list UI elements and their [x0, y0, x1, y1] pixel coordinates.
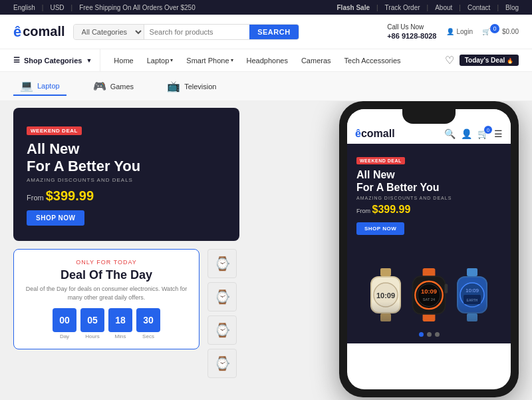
category-tab-laptop[interactable]: 💻 Laptop: [13, 77, 66, 96]
svg-text:10:09: 10:09: [466, 288, 479, 294]
language-selector[interactable]: English: [13, 4, 35, 11]
top-bar-left: English | USD | Free Shipping On All Ord…: [13, 4, 196, 11]
nav-home[interactable]: Home: [107, 49, 140, 72]
chevron-down-icon: ▼: [86, 57, 92, 64]
wishlist-icon[interactable]: ♡: [445, 54, 454, 67]
logo-text: comall: [23, 24, 65, 39]
desktop-banner: WEEKEND DEAL All NewFor A Better You AMA…: [13, 108, 239, 241]
thumbnail-1[interactable]: ⌚: [207, 249, 237, 278]
weekend-deal-badge: WEEKEND DEAL: [27, 126, 82, 135]
shop-now-button[interactable]: SHOP NOW: [27, 210, 84, 226]
login-label: Login: [457, 28, 473, 35]
mobile-icons: 🔍 👤 🛒 0 ☰: [444, 128, 503, 139]
flash-sale-link[interactable]: Flash Sale: [337, 4, 370, 11]
deal-of-day: ONLY FOR TODAY Deal Of The Day Deal of t…: [13, 249, 200, 349]
top-bar-right: Flash Sale | Track Order | About | Conta…: [337, 4, 519, 11]
shop-categories-label: Shop Categories: [24, 57, 82, 65]
contact-link[interactable]: Contact: [467, 4, 490, 11]
games-icon: 🎮: [93, 80, 106, 93]
category-tab-games[interactable]: 🎮 Games: [86, 77, 140, 95]
svg-rect-14: [445, 284, 448, 294]
mobile-logo: êcomall: [355, 128, 395, 140]
countdown: 00 Day 05 Hours 18 Mins 30 Secs: [25, 308, 188, 339]
nav-cameras[interactable]: Cameras: [295, 49, 338, 72]
banner-title: All NewFor A Better You: [27, 140, 140, 174]
watch-orange-main: 10:09 SAT 24: [406, 268, 452, 321]
currency-selector[interactable]: USD: [50, 4, 64, 11]
user-icon: 👤: [446, 28, 454, 35]
svg-rect-6: [423, 268, 436, 277]
countdown-hours-value: 05: [80, 308, 104, 332]
logo[interactable]: êcomall: [13, 23, 65, 41]
category-tab-television[interactable]: 📺 Television: [160, 77, 223, 95]
mobile-banner-title: All NewFor A Better You: [356, 168, 501, 194]
mobile-banner: WEEKEND DEAL All NewFor A Better You AMA…: [347, 144, 511, 328]
category-select[interactable]: All Categories: [74, 25, 144, 39]
thumbnail-4[interactable]: ⌚: [207, 349, 237, 378]
track-order-link[interactable]: Track Order: [385, 4, 420, 11]
top-bar: English | USD | Free Shipping On All Ord…: [0, 0, 532, 15]
today-deal-button[interactable]: Today's Deal 🔥: [460, 55, 519, 66]
svg-text:SAT 24: SAT 24: [423, 298, 435, 301]
cart-group[interactable]: 🛒 0 $0.00: [482, 28, 519, 35]
cart-icon: 🛒: [482, 28, 490, 35]
countdown-secs-value: 30: [136, 308, 160, 332]
mobile-shop-now-button[interactable]: SHOP NOW: [356, 222, 404, 235]
nav-headphones[interactable]: Headphones: [240, 49, 295, 72]
fire-icon: 🔥: [507, 58, 513, 64]
account-group[interactable]: 👤 Login: [446, 28, 473, 35]
countdown-mins-label: Mins: [115, 333, 126, 339]
hamburger-icon: ☰: [13, 56, 20, 65]
mobile-banner-subtitle: AMAZING DISCOUNTS AND DEALS: [356, 196, 501, 200]
banner-price: From $399.99: [27, 188, 140, 204]
dot-3[interactable]: [435, 332, 440, 337]
header: êcomall All Categories SEARCH Call Us No…: [0, 15, 532, 49]
blog-link[interactable]: Blog: [505, 4, 519, 11]
category-label-television: Television: [184, 83, 216, 91]
chevron-icon: ▾: [170, 57, 173, 63]
category-tabs: 💻 Laptop 🎮 Games 📺 Television: [0, 72, 532, 101]
mobile-banner-price: From $399.99: [356, 204, 501, 216]
countdown-day: 00 Day: [53, 308, 76, 339]
nav-bar: ☰ Shop Categories ▼ Home Laptop ▾ Smart …: [0, 49, 532, 72]
mobile-user-icon[interactable]: 👤: [461, 128, 472, 139]
search-input[interactable]: [144, 25, 250, 39]
dot-1[interactable]: [419, 332, 424, 337]
phone-screen: êcomall 🔍 👤 🛒 0 ☰ WEEKEND DEAL All NewFo…: [347, 109, 511, 389]
watches-area: 10:09 10:09 SAT 24: [356, 242, 501, 321]
banner-subtitle: AMAZING DISCOUNTS AND DEALS: [27, 177, 140, 183]
mobile-price-amount: $399.99: [372, 204, 411, 215]
countdown-mins-value: 18: [108, 308, 132, 332]
today-deal-label: Today's Deal: [465, 57, 505, 64]
countdown-hours: 05 Hours: [80, 308, 104, 339]
category-label-laptop: Laptop: [37, 82, 60, 90]
svg-rect-0: [380, 268, 391, 276]
nav-smartphone[interactable]: Smart Phone ▾: [180, 49, 239, 72]
countdown-secs: 30 Secs: [136, 308, 160, 339]
thumbnail-2[interactable]: ⌚: [207, 282, 237, 311]
mobile-logo-icon: ê: [355, 128, 361, 139]
header-right: Call Us Now +86 9128-8028 👤 Login 🛒 0 $0…: [387, 23, 519, 41]
shipping-info: Free Shipping On All Orders Over $250: [79, 4, 196, 11]
shop-categories[interactable]: ☰ Shop Categories ▼: [13, 49, 100, 71]
main-content: WEEKEND DEAL All NewFor A Better You AMA…: [0, 101, 532, 400]
mobile-menu-icon[interactable]: ☰: [494, 128, 503, 139]
header-contact: Call Us Now +86 9128-8028: [387, 23, 436, 41]
countdown-hours-label: Hours: [85, 333, 99, 339]
mobile-search-icon[interactable]: 🔍: [444, 128, 456, 139]
search-button[interactable]: SEARCH: [249, 25, 298, 39]
tv-icon: 📺: [167, 80, 180, 93]
logo-icon: ê: [13, 23, 21, 41]
mobile-logo-text: comall: [361, 128, 395, 139]
dot-2[interactable]: [427, 332, 432, 337]
mobile-weekend-badge: WEEKEND DEAL: [356, 157, 405, 164]
thumbnail-3[interactable]: ⌚: [207, 315, 237, 345]
nav-tech-accessories[interactable]: Tech Accessories: [338, 49, 408, 72]
about-link[interactable]: About: [435, 4, 452, 11]
nav-right: ♡ Today's Deal 🔥: [445, 54, 519, 67]
mobile-cart-badge: 0: [484, 126, 492, 134]
banner-content: WEEKEND DEAL All NewFor A Better You AMA…: [27, 123, 140, 226]
deal-description: Deal of the Day for deals on consumer el…: [25, 285, 188, 301]
nav-links: Home Laptop ▾ Smart Phone ▾ Headphones C…: [107, 49, 444, 72]
nav-laptop[interactable]: Laptop ▾: [140, 49, 180, 72]
